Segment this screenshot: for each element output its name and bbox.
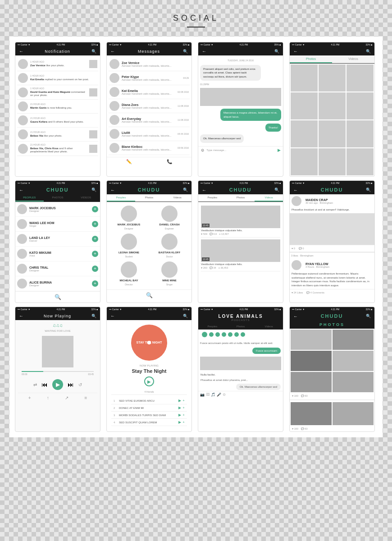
play-button-1[interactable]: ▶	[52, 379, 63, 390]
add-person-1[interactable]: +	[92, 206, 98, 212]
search-icon-2[interactable]: 🔍	[183, 49, 188, 54]
heart-icon-p1[interactable]: ♥ 160	[292, 394, 298, 397]
tab-photos-v[interactable]: Photos	[227, 194, 255, 202]
chat-item-6[interactable]: Llullit Aenean hendrerit velit maleada, …	[109, 127, 190, 141]
progress-bar-1[interactable]	[22, 371, 94, 372]
phone-icon[interactable]: 📞	[167, 159, 172, 164]
back-icon-3[interactable]: ←	[202, 49, 206, 54]
dot-1[interactable]	[202, 332, 207, 337]
photo-3	[346, 64, 374, 92]
next-icon[interactable]: ⏭	[68, 381, 74, 388]
chat-item-4[interactable]: Diana Zoes Aenean hendrerit velit malead…	[109, 99, 190, 113]
mic-icon-la[interactable]: 🎤	[217, 393, 221, 397]
image-icon-la[interactable]: 🖼	[206, 393, 210, 397]
dot-5[interactable]	[228, 332, 232, 337]
settings-icon-la[interactable]: ⚙	[223, 393, 226, 397]
tab-peoples-v[interactable]: Peoples	[198, 194, 227, 202]
like-icon-post2[interactable]: ♥ 24 Likes	[292, 291, 303, 294]
play-button-2[interactable]: ▶	[144, 376, 154, 386]
tab-la-2[interactable]: Photos	[227, 324, 255, 329]
send-icon[interactable]: ▶	[278, 148, 281, 152]
search-icon-8[interactable]: 🔍	[366, 188, 371, 192]
repeat-icon[interactable]: ↺	[78, 382, 82, 387]
back-icon[interactable]: ←	[19, 49, 23, 54]
comment-icon-p2[interactable]: 💬 63	[301, 427, 308, 430]
tab-videos-v[interactable]: Videos	[255, 194, 283, 202]
search-icon-9[interactable]: 🔍	[91, 314, 96, 318]
add-person-6[interactable]: +	[92, 280, 98, 287]
back-icon-12[interactable]: ←	[293, 314, 298, 319]
add-person-2[interactable]: +	[92, 221, 98, 227]
page-title: SOCIAL	[173, 14, 219, 34]
search-bottom-icon-2[interactable]: 🔍	[146, 292, 153, 298]
play-track-icon-4[interactable]: ▶	[178, 420, 181, 424]
tab-photos[interactable]: Photos	[290, 55, 332, 63]
video-item-1: 10:45 Vestibulum tristique vulputate fel…	[201, 206, 280, 238]
play-track-icon-2[interactable]: ▶	[178, 406, 181, 410]
back-icon-2[interactable]: ←	[110, 49, 115, 54]
tab-photos[interactable]: PHOTOS	[44, 194, 72, 202]
tab-la-3[interactable]: Videos	[255, 324, 283, 329]
search-icon-1[interactable]: 🔍	[91, 49, 96, 54]
chat-item-1[interactable]: Zoe Vernice Aenean hendrerit velit malea…	[109, 57, 190, 71]
add-track-icon-2[interactable]: +	[182, 406, 185, 410]
comment-icon-p1[interactable]: 💬 63	[301, 394, 308, 397]
dot-3[interactable]	[215, 332, 220, 337]
back-icon-5[interactable]: ←	[19, 188, 23, 193]
dot-4[interactable]	[222, 332, 226, 337]
chat-item-7[interactable]: Blane Klelboc Aenean hendrerit velit mal…	[109, 141, 190, 155]
mixed-photo-1	[291, 330, 332, 350]
compose-icon[interactable]: ✏️	[126, 159, 132, 164]
tab-peoples[interactable]: PEOPLES	[15, 194, 44, 202]
add-track-icon-4[interactable]: +	[182, 420, 185, 424]
back-icon-6[interactable]: ←	[110, 188, 115, 193]
tab-videos-2[interactable]: Videos	[163, 194, 191, 202]
add-person-5[interactable]: +	[92, 266, 98, 272]
search-icon-10[interactable]: 🔍	[183, 314, 188, 318]
comment-icon-post2[interactable]: 💬 4 Comments	[306, 291, 324, 294]
search-icon-4[interactable]: 🔍	[366, 49, 371, 54]
comment-icon-post1[interactable]: 💬 0	[299, 247, 304, 250]
add-track-icon-3[interactable]: +	[182, 413, 185, 417]
share-icon-2[interactable]: ↗	[65, 395, 68, 400]
heart-icon-p2[interactable]: ♥ 160	[292, 427, 298, 430]
music-icon-la[interactable]: 🎵	[211, 393, 215, 397]
search-icon-3[interactable]: 🔍	[274, 49, 279, 54]
back-icon-10[interactable]: ←	[110, 313, 115, 318]
like-icon-post1[interactable]: ♥ 0	[292, 247, 295, 250]
search-icon-5[interactable]: 🔍	[91, 188, 96, 192]
add-person-3[interactable]: +	[92, 236, 98, 242]
chat-item-5[interactable]: Art Everyday Aenean hendrerit velit male…	[109, 113, 190, 127]
status-bar-4: ••• Carrier ▼4:21 PM32% ■	[290, 42, 374, 47]
add-person-4[interactable]: +	[92, 251, 98, 257]
dot-6[interactable]	[234, 332, 239, 337]
chat-item-3[interactable]: Kat Emelia Aenean hendrerit velit malead…	[109, 85, 190, 99]
search-icon-7[interactable]: 🔍	[274, 188, 279, 192]
equalizer-icon[interactable]: ≡	[84, 395, 87, 400]
play-track-icon-3[interactable]: ▶	[178, 413, 181, 417]
search-icon-6[interactable]: 🔍	[183, 188, 188, 192]
tab-la-1[interactable]: Peoples	[198, 324, 227, 329]
camera-icon-la[interactable]: 📷	[200, 393, 205, 397]
chat-item-2[interactable]: Peter Klype Aenean hendrerit velit malea…	[109, 71, 190, 85]
search-icon-12[interactable]: 🔍	[366, 314, 371, 318]
search-bottom-icon[interactable]: 🔍	[55, 294, 61, 300]
tab-peoples-active[interactable]: Peoples	[107, 194, 135, 202]
back-icon-7[interactable]: ←	[202, 188, 206, 193]
back-icon-8[interactable]: ←	[293, 188, 298, 193]
dot-2[interactable]	[209, 332, 214, 337]
share-icon[interactable]: ↑	[47, 395, 49, 400]
play-track-icon-1[interactable]: ▶	[178, 399, 181, 403]
tab-photos-2[interactable]: Photos	[135, 194, 164, 202]
back-icon-9[interactable]: ←	[19, 313, 23, 318]
message-input[interactable]: Type message...	[206, 149, 276, 151]
add-to-playlist-icon[interactable]: +	[28, 395, 31, 400]
shuffle-icon[interactable]: ⇄	[33, 382, 37, 387]
tab-videos[interactable]: Videos	[332, 55, 374, 63]
tab-videos[interactable]: VIDEOS	[72, 194, 100, 202]
add-track-icon-1[interactable]: +	[182, 399, 185, 403]
dot-7[interactable]	[241, 332, 245, 337]
back-icon-4[interactable]: ←	[293, 49, 298, 54]
emoji-icon[interactable]: ☺	[201, 148, 205, 152]
prev-icon[interactable]: ⏮	[41, 381, 48, 388]
